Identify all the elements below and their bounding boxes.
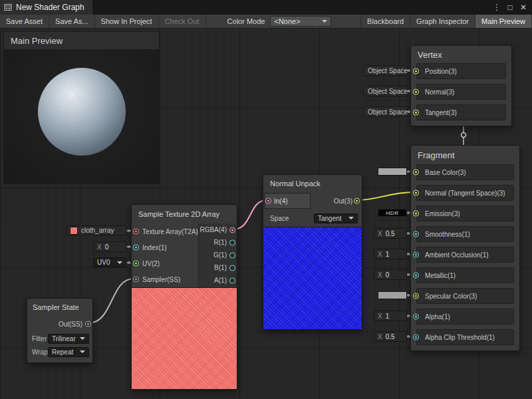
vertex-fragment-link-icon: [462, 133, 466, 138]
smoothness-field[interactable]: X 0.5: [374, 228, 407, 239]
port-smoothness[interactable]: [413, 231, 419, 237]
graph-canvas[interactable]: Main Preview Vertex Position(3) Normal(3…: [0, 28, 532, 399]
port-normal-input[interactable]: [413, 89, 419, 95]
port-g[interactable]: [229, 252, 235, 258]
alpha-clip-field[interactable]: X 0.5: [374, 331, 407, 342]
port-tangent-input[interactable]: [413, 110, 419, 116]
wire-out-to-normal[interactable]: [357, 192, 414, 200]
port-r[interactable]: [229, 239, 235, 245]
node-fragment[interactable]: Fragment Base Color(3) Normal (Tangent S…: [410, 145, 520, 351]
emission-hdr-label: HDR: [386, 210, 399, 216]
port-b[interactable]: [229, 265, 235, 271]
sampler-label: Sampler(SS): [142, 276, 180, 283]
node-vertex[interactable]: Vertex Position(3) Normal(3) Tangent(3): [410, 45, 512, 126]
port-emission[interactable]: [413, 211, 419, 217]
fragment-row-smoothness: Smoothness(1): [416, 226, 514, 242]
space-label: Space: [270, 215, 289, 222]
titlebar: New Shader Graph ⋮ □ ✕: [0, 0, 532, 15]
main-preview-toggle[interactable]: Main Preview: [475, 15, 532, 28]
tab-new-shader-graph[interactable]: New Shader Graph: [0, 0, 92, 15]
color-mode-dropdown[interactable]: <None>: [270, 16, 331, 27]
space-value: Tangent: [318, 215, 342, 222]
menu-icon[interactable]: ⋮: [491, 3, 503, 12]
port-ambient-occlusion[interactable]: [413, 252, 419, 258]
vertex-row-tangent-label: Tangent(3): [425, 109, 457, 116]
save-asset-button[interactable]: Save Asset: [0, 15, 49, 28]
wire-rgba-to-in[interactable]: [233, 200, 267, 229]
filter-dropdown[interactable]: Trilinear: [48, 334, 89, 344]
chevron-down-icon: [80, 337, 85, 340]
position-space-dropdown[interactable]: Object Space: [363, 65, 407, 76]
normal-unpack-space-row: Space Tangent: [263, 209, 362, 227]
maximize-icon[interactable]: □: [504, 3, 516, 12]
port-metallic[interactable]: [413, 273, 419, 279]
in4-label: In(4): [274, 198, 288, 205]
port-alpha-clip-threshold[interactable]: [413, 334, 419, 340]
fragment-row-normal-label: Normal (Tangent Space)(3): [425, 190, 505, 197]
save-as-button[interactable]: Save As...: [49, 15, 95, 28]
rgba-label: RGBA(4): [200, 226, 227, 233]
port-sampler[interactable]: [133, 277, 139, 283]
g-label: G(1): [213, 251, 227, 259]
space-dropdown[interactable]: Tangent: [314, 213, 358, 223]
index-field[interactable]: X 0: [93, 241, 126, 252]
port-uv[interactable]: [133, 261, 139, 267]
normal-unpack-ports-row: In(4) Out(3): [263, 192, 362, 209]
vertex-row-normal: Normal(3): [416, 84, 506, 100]
specular-color-swatch[interactable]: [378, 291, 407, 299]
sample-out-a: A(1): [199, 274, 237, 287]
preview-sphere: [38, 68, 126, 156]
uv-channel-value: UV0: [97, 259, 110, 266]
fragment-row-smoothness-label: Smoothness(1): [425, 231, 470, 238]
sample-node-title: Sample Texture 2D Array: [132, 205, 237, 223]
texture-array-value: cloth_array: [81, 227, 114, 234]
fragment-row-ambient-occlusion-label: Ambient Occlusion(1): [425, 251, 489, 259]
smoothness-axis: X: [378, 230, 382, 237]
uv-channel-dropdown[interactable]: UV0: [93, 257, 126, 267]
sample-out-r: R(1): [199, 236, 237, 249]
port-position-input[interactable]: [413, 68, 419, 74]
base-color-swatch[interactable]: [378, 168, 407, 176]
fragment-row-normal: Normal (Tangent Space)(3): [416, 185, 514, 201]
close-icon[interactable]: ✕: [517, 3, 529, 12]
wire-samplerstate-to-sampler[interactable]: [88, 279, 134, 323]
wrap-dropdown[interactable]: Repeat: [48, 347, 89, 357]
main-preview-panel[interactable]: Main Preview: [3, 31, 160, 184]
fragment-row-alpha: Alpha(1): [416, 309, 514, 325]
texture-array-object-field[interactable]: cloth_array: [66, 225, 126, 235]
port-texture-array[interactable]: [133, 229, 139, 235]
port-index[interactable]: [133, 245, 139, 251]
emission-hdr-field[interactable]: HDR: [378, 209, 407, 217]
sample-out-b: B(1): [199, 261, 237, 274]
position-space-value: Object Space: [368, 67, 408, 74]
graph-inspector-toggle[interactable]: Graph Inspector: [410, 15, 475, 28]
main-preview-viewport[interactable]: [4, 49, 159, 184]
port-base-color[interactable]: [413, 170, 419, 176]
fragment-row-specular-color-label: Specular Color(3): [425, 293, 477, 300]
blackboard-toggle[interactable]: Blackboard: [361, 15, 410, 28]
chevron-down-icon: [348, 217, 354, 219]
fragment-row-emission: Emission(3): [416, 205, 514, 221]
node-normal-unpack[interactable]: Normal Unpack In(4) Out(3) Space Tangent: [263, 174, 362, 330]
sample-node-preview: [132, 287, 237, 389]
port-out-ss[interactable]: [85, 321, 91, 327]
sample-out-rgba: RGBA(4): [199, 223, 237, 236]
node-sampler-state[interactable]: Sampler State Out(SS) Filter Trilinear W…: [27, 298, 93, 363]
ambient-occlusion-field[interactable]: X 1: [374, 249, 407, 259]
port-out3[interactable]: [354, 198, 360, 204]
port-specular-color[interactable]: [413, 293, 419, 299]
show-in-project-button[interactable]: Show In Project: [95, 15, 159, 28]
port-a[interactable]: [229, 277, 235, 283]
port-rgba[interactable]: [229, 227, 235, 233]
wrap-value: Repeat: [52, 348, 73, 356]
normal-space-dropdown[interactable]: Object Space: [363, 86, 407, 96]
alpha-field[interactable]: X 1: [374, 311, 407, 321]
port-normal-tangent-space[interactable]: [413, 190, 419, 196]
port-alpha[interactable]: [413, 314, 419, 320]
sampler-state-title: Sampler State: [27, 299, 92, 316]
fragment-node-title: Fragment: [411, 146, 519, 164]
port-in4[interactable]: [265, 198, 271, 204]
node-sample-texture-2d-array[interactable]: Sample Texture 2D Array Texture Array(T2…: [131, 204, 237, 390]
metallic-field[interactable]: X 0: [374, 269, 407, 280]
tangent-space-dropdown[interactable]: Object Space: [363, 106, 407, 117]
